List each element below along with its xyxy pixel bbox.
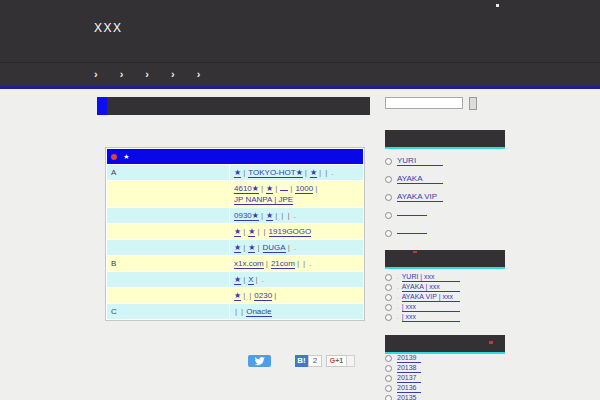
table-row: Bx1x.com|21com||. bbox=[107, 256, 363, 271]
hatena-bookmark-button[interactable]: B! bbox=[295, 355, 308, 367]
table-link[interactable]: 1919GOGO bbox=[269, 227, 312, 237]
nav-chevron-item[interactable]: › bbox=[94, 69, 98, 80]
nav-bar: ››››› bbox=[0, 62, 600, 89]
separator: . bbox=[293, 211, 295, 220]
sidebar-list-3: 2013920138201372013620135 bbox=[385, 353, 421, 400]
separator: | bbox=[266, 259, 268, 268]
sidebar-list-item: .| xxx bbox=[385, 312, 460, 322]
twitter-share-button[interactable] bbox=[248, 355, 271, 367]
circle-bullet-icon bbox=[385, 284, 392, 291]
table-link[interactable]: ★ bbox=[248, 227, 255, 237]
table-link[interactable]: ★ bbox=[310, 168, 317, 178]
sidebar-link[interactable]: AYAKA | xxx bbox=[402, 283, 460, 292]
sidebar-link[interactable]: YURI | xxx bbox=[402, 273, 460, 282]
table-link[interactable]: ★ bbox=[248, 243, 255, 253]
row-label bbox=[107, 181, 229, 207]
separator: | bbox=[243, 291, 245, 300]
circle-bullet-icon bbox=[385, 395, 392, 400]
table-link[interactable]: ★ bbox=[266, 184, 273, 194]
table-link[interactable]: ★ bbox=[234, 243, 241, 253]
sidebar-link[interactable]: AYAKA VIP | xxx bbox=[402, 293, 460, 302]
row-links-cell: ★|★||1919GOGO bbox=[230, 224, 363, 239]
nav-chevron-item[interactable]: › bbox=[120, 69, 124, 80]
sidebar-link[interactable]: 20139 bbox=[397, 354, 421, 363]
circle-bullet-icon bbox=[385, 158, 392, 165]
sidebar-list-item: AYAKA VIP bbox=[385, 188, 443, 206]
sidebar-link[interactable]: | xxx bbox=[402, 303, 460, 312]
table-link[interactable]: 0930★ bbox=[234, 211, 259, 221]
nav-chevron-item[interactable]: › bbox=[145, 69, 149, 80]
separator: | bbox=[257, 243, 259, 252]
row-links-cell: x1x.com|21com||. bbox=[230, 256, 363, 271]
sidebar-list-item: 20139 bbox=[385, 353, 421, 363]
table-link[interactable]: JP NANPA | JPE bbox=[234, 195, 293, 205]
separator: | bbox=[256, 275, 258, 284]
table-row: ★|★||1919GOGO bbox=[107, 224, 363, 239]
table-link[interactable]: ★ bbox=[234, 168, 241, 178]
circle-bullet-icon bbox=[385, 375, 392, 382]
sidebar-link[interactable]: AYAKA bbox=[397, 175, 443, 184]
row-label bbox=[107, 240, 229, 255]
sidebar-list-item: 20135 bbox=[385, 393, 421, 400]
separator: | bbox=[249, 291, 251, 300]
twitter-bird-icon bbox=[254, 357, 265, 366]
sidebar-link[interactable]: 20136 bbox=[397, 384, 421, 393]
sidebar-list-item: AYAKA bbox=[385, 170, 443, 188]
row-label bbox=[107, 288, 229, 303]
table-link[interactable]: ★ bbox=[234, 275, 241, 285]
separator: . bbox=[294, 243, 296, 252]
separator: | bbox=[243, 275, 245, 284]
separator: | bbox=[315, 184, 317, 193]
table-link[interactable] bbox=[280, 190, 288, 191]
circle-bullet-icon bbox=[385, 294, 392, 301]
title-accent-block bbox=[97, 97, 107, 115]
red-speck-icon bbox=[489, 341, 493, 344]
table-link[interactable]: 1000 bbox=[295, 184, 313, 194]
separator: . bbox=[331, 168, 333, 177]
sidebar-list-item: .AYAKA | xxx bbox=[385, 282, 460, 292]
row-label: A bbox=[107, 165, 229, 180]
sidebar-link[interactable]: 20135 bbox=[397, 394, 421, 400]
table-link[interactable]: X bbox=[248, 275, 253, 285]
nav-chevron-item[interactable]: › bbox=[197, 69, 201, 80]
row-label bbox=[107, 272, 229, 287]
circle-bullet-icon bbox=[385, 176, 392, 183]
sidebar-link[interactable]: YURI bbox=[397, 157, 443, 166]
search-button[interactable] bbox=[469, 97, 477, 110]
separator: | bbox=[261, 184, 263, 193]
nav-chevron-item[interactable]: › bbox=[171, 69, 175, 80]
table-link[interactable]: 4610★ bbox=[234, 184, 259, 194]
table-header-row: ★ bbox=[107, 149, 363, 164]
hatena-count-badge: 2 bbox=[308, 355, 322, 367]
table-link[interactable]: ★ bbox=[234, 291, 241, 301]
table-link[interactable]: DUGA bbox=[263, 243, 286, 253]
table-row: 4610★|★||1000|JP NANPA | JPE bbox=[107, 181, 363, 207]
table-link[interactable]: Onacle bbox=[246, 307, 271, 317]
sidebar-link[interactable]: | xxx bbox=[402, 313, 460, 322]
circle-bullet-icon bbox=[385, 230, 392, 237]
sidebar-list-item: 20136 bbox=[385, 383, 421, 393]
marker-dot: . bbox=[397, 314, 399, 320]
table-link[interactable]: ★ bbox=[234, 227, 241, 237]
table-link[interactable]: 0230 bbox=[254, 291, 272, 301]
table-link[interactable]: ★ bbox=[266, 211, 273, 221]
sidebar-link[interactable]: AYAKA VIP bbox=[397, 193, 443, 202]
sidebar-list-item: 20137 bbox=[385, 373, 421, 383]
sidebar-link[interactable] bbox=[397, 215, 427, 216]
separator: | bbox=[264, 227, 266, 236]
search-input[interactable] bbox=[385, 97, 463, 109]
table-row: ★|X|. bbox=[107, 272, 363, 287]
marker-dot: . bbox=[397, 284, 399, 290]
sidebar-link[interactable] bbox=[397, 233, 427, 234]
table-link[interactable]: x1x.com bbox=[234, 259, 264, 269]
sidebar-list-2: .YURI | xxx.AYAKA | xxx.AYAKA VIP | xxx.… bbox=[385, 272, 460, 322]
sidebar-list-item bbox=[385, 206, 443, 224]
gplus-rest: +1 bbox=[335, 357, 343, 364]
table-row: 0930★|★|||. bbox=[107, 208, 363, 223]
table-link[interactable]: 21com bbox=[271, 259, 295, 269]
sidebar-link[interactable]: 20137 bbox=[397, 374, 421, 383]
sidebar-link[interactable]: 20138 bbox=[397, 364, 421, 373]
table-link[interactable]: TOKYO-HOT★ bbox=[248, 168, 303, 178]
gplus-button[interactable]: G+1 bbox=[326, 355, 347, 367]
circle-bullet-icon bbox=[385, 274, 392, 281]
